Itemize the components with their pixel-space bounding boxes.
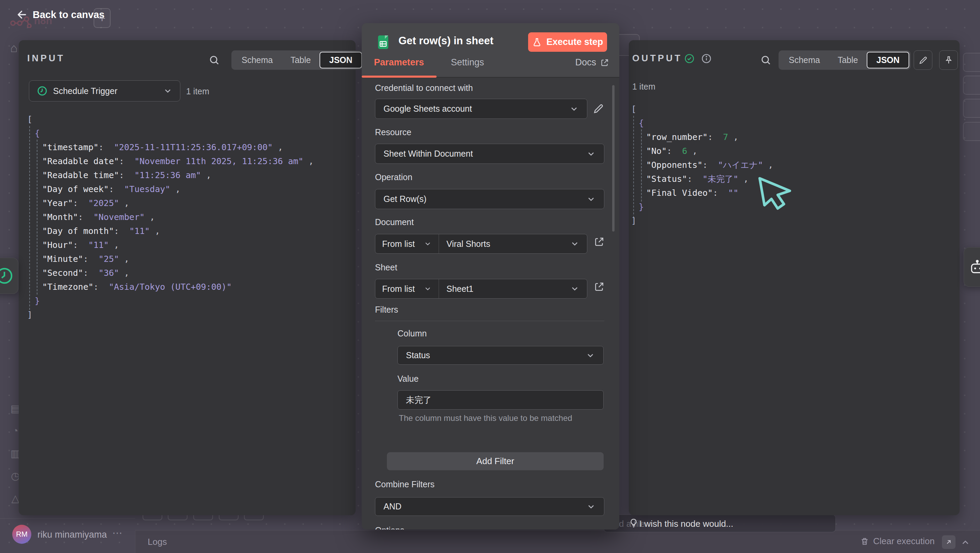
- filter-value-text: 未完了: [406, 394, 431, 406]
- pointer-cursor: [757, 176, 794, 210]
- open-document-icon[interactable]: [594, 236, 605, 247]
- input-source-label: Schedule Trigger: [53, 86, 118, 96]
- back-to-canvas-button[interactable]: Back to canvas: [16, 9, 105, 21]
- sheet-mode-select[interactable]: From list: [375, 279, 439, 298]
- output-panel: OUTPUT Schema Table JSON: [629, 40, 959, 515]
- logs-label: Logs: [148, 537, 167, 547]
- home-icon: ⌂: [10, 41, 18, 55]
- add-node-button[interactable]: +: [94, 8, 111, 28]
- document-mode-select[interactable]: From list: [375, 234, 439, 253]
- logs-bar[interactable]: Logs: [135, 530, 980, 553]
- avatar[interactable]: RM: [12, 525, 31, 544]
- input-source-select[interactable]: Schedule Trigger: [29, 80, 180, 102]
- sheet-mode-value: From list: [382, 284, 415, 294]
- node-feedback-bar[interactable]: d a file I wish this node would...: [604, 515, 836, 532]
- add-filter-button[interactable]: Add Filter: [387, 452, 604, 470]
- sheet-label: Sheet: [375, 263, 397, 273]
- tab-table[interactable]: Table: [282, 52, 320, 69]
- search-icon[interactable]: [760, 54, 772, 66]
- chevron-down-icon: [570, 239, 579, 249]
- edit-output-button[interactable]: [914, 50, 932, 70]
- tab-settings[interactable]: Settings: [451, 57, 484, 68]
- arrow-left-icon: [16, 9, 28, 21]
- filter-value-hint: The column must have this value to be ma…: [399, 413, 572, 423]
- n8n-node-detail-view: n8n Back to canvas + ⌂ ▤ ◔ ▥ ◷ △ INPUT: [0, 0, 980, 553]
- info-icon[interactable]: [701, 53, 712, 64]
- credential-value: Google Sheets account: [383, 104, 472, 114]
- tab-json[interactable]: JSON: [320, 52, 362, 69]
- assistant-button[interactable]: [964, 247, 980, 287]
- tab-schema[interactable]: Schema: [233, 52, 282, 69]
- input-json-view[interactable]: [{"timestamp": "2025-11-11T11:25:36.017+…: [27, 112, 314, 322]
- user-menu-button[interactable]: ⋯: [112, 527, 123, 539]
- docs-link[interactable]: Docs: [575, 57, 609, 68]
- resource-label: Resource: [375, 127, 411, 137]
- document-value: Viral Shorts: [447, 239, 490, 249]
- output-items-count: 1 item: [632, 82, 655, 92]
- clear-execution-button[interactable]: Clear execution: [860, 536, 935, 547]
- input-panel: INPUT Schema Table JSON Schedule Trigger…: [19, 40, 356, 515]
- filter-column-select[interactable]: Status: [398, 346, 604, 365]
- chevron-down-icon: [424, 285, 432, 293]
- clock-icon: [0, 266, 14, 285]
- filter-column-value: Status: [406, 351, 430, 360]
- modal-header: Get row(s) in sheet Execute step Paramet…: [362, 23, 619, 78]
- chevron-down-icon: [585, 351, 595, 360]
- edit-credential-icon[interactable]: [592, 102, 605, 115]
- node-feedback-placeholder: I wish this node would...: [640, 519, 733, 529]
- combine-filters-select[interactable]: AND: [375, 497, 605, 516]
- chevron-down-icon: [163, 86, 172, 96]
- sheet-value-select[interactable]: Sheet1: [439, 279, 587, 298]
- open-sheet-icon[interactable]: [594, 281, 605, 292]
- sheet-field: From list Sheet1: [375, 279, 587, 299]
- node-settings-modal: Get row(s) in sheet Execute step Paramet…: [362, 23, 619, 529]
- filters-divider: [375, 321, 605, 321]
- chevron-down-icon: [569, 104, 579, 114]
- credential-select[interactable]: Google Sheets account: [375, 99, 587, 119]
- tab-parameters[interactable]: Parameters: [374, 57, 424, 68]
- user-name: riku minamiyama: [37, 529, 107, 540]
- output-json-view[interactable]: [{"row_number": 7 ,"No": 6 ,"Opponents":…: [631, 102, 773, 228]
- collapse-logs-button[interactable]: [960, 537, 970, 548]
- tab-schema[interactable]: Schema: [780, 52, 829, 69]
- input-node-shortcut-button[interactable]: [0, 258, 18, 294]
- clock-icon: [37, 86, 48, 96]
- resource-select[interactable]: Sheet Within Document: [375, 144, 605, 164]
- filters-label: Filters: [375, 305, 398, 315]
- chevron-down-icon: [586, 502, 596, 512]
- tab-json[interactable]: JSON: [867, 52, 909, 69]
- modal-scrollbar[interactable]: [612, 85, 614, 231]
- add-filter-label: Add Filter: [476, 456, 514, 467]
- modal-body: Credential to connect with Google Sheets…: [362, 78, 619, 529]
- filter-value-label: Value: [398, 374, 418, 384]
- operation-label: Operation: [375, 172, 412, 182]
- flask-icon: [532, 37, 542, 47]
- document-label: Document: [375, 217, 414, 227]
- clear-execution-label: Clear execution: [873, 536, 935, 547]
- document-field: From list Viral Shorts: [375, 234, 587, 254]
- canvas-node-ghost: [963, 53, 980, 72]
- execute-step-label: Execute step: [546, 37, 603, 47]
- trash-icon: [860, 537, 869, 546]
- operation-select[interactable]: Get Row(s): [375, 189, 605, 209]
- lightbulb-icon: [628, 518, 639, 528]
- document-value-select[interactable]: Viral Shorts: [439, 234, 587, 253]
- open-logs-button[interactable]: [942, 535, 956, 549]
- pin-data-button[interactable]: [939, 50, 958, 70]
- canvas-node-ghost: [963, 99, 980, 118]
- tab-table[interactable]: Table: [829, 52, 867, 69]
- output-panel-title: OUTPUT: [632, 53, 682, 64]
- options-label: Options: [375, 526, 404, 529]
- filter-value-input[interactable]: 未完了: [398, 390, 604, 410]
- filter-column-label: Column: [398, 328, 427, 338]
- execute-step-button[interactable]: Execute step: [528, 32, 607, 52]
- operation-value: Get Row(s): [383, 194, 426, 204]
- sheet-value: Sheet1: [447, 284, 473, 294]
- output-view-tabs: Schema Table JSON: [778, 50, 911, 70]
- input-items-count: 1 item: [186, 86, 209, 96]
- search-icon[interactable]: [208, 54, 220, 66]
- robot-icon: [969, 258, 980, 276]
- chevron-down-icon: [586, 194, 596, 204]
- avatar-initials: RM: [16, 530, 27, 539]
- modal-title: Get row(s) in sheet: [398, 35, 493, 47]
